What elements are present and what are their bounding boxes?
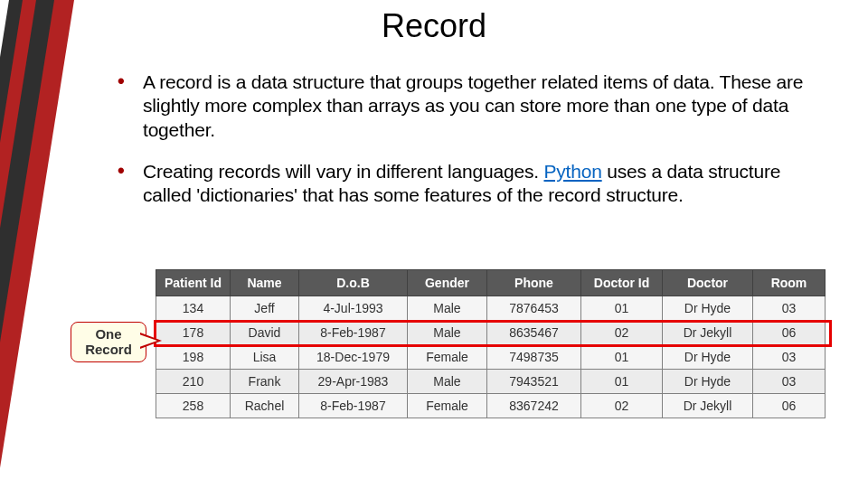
callout-line2: Record	[85, 342, 132, 357]
table-cell: 06	[753, 394, 826, 418]
table-cell: 02	[581, 321, 663, 345]
decorative-stripes	[0, 0, 127, 488]
col-header: Phone	[487, 270, 581, 296]
col-header: D.o.B	[299, 270, 408, 296]
table-cell: 4-Jul-1993	[299, 296, 408, 321]
table-cell: Frank	[231, 370, 299, 394]
table-cell: Jeff	[231, 296, 299, 321]
table-cell: 258	[156, 394, 231, 418]
table-cell: 7943521	[487, 370, 581, 394]
col-header: Doctor	[663, 270, 753, 296]
table-cell: Female	[408, 345, 487, 370]
table-cell: 8-Feb-1987	[299, 394, 408, 418]
python-link[interactable]: Python	[543, 161, 601, 182]
col-header: Gender	[408, 270, 487, 296]
table-cell: 18-Dec-1979	[299, 345, 408, 370]
table-cell: Male	[408, 296, 487, 321]
table-cell: Rachel	[231, 394, 299, 418]
col-header: Doctor Id	[581, 270, 663, 296]
table-cell: 02	[581, 394, 663, 418]
table-cell: 03	[753, 296, 826, 321]
table-row: 178David8-Feb-1987Male863546702Dr Jekyll…	[156, 321, 826, 345]
table-cell: Dr Hyde	[663, 296, 753, 321]
col-header: Patient Id	[156, 270, 231, 296]
table-cell: 178	[156, 321, 231, 345]
table-row: 210Frank29-Apr-1983Male794352101Dr Hyde0…	[156, 370, 826, 394]
table-cell: 01	[581, 296, 663, 321]
bullet-dot-icon: •	[118, 160, 143, 208]
bullet-dot-icon: •	[118, 70, 143, 142]
bullet-item: • Creating records will vary in differen…	[118, 160, 814, 208]
table-cell: 01	[581, 370, 663, 394]
table-row: 258Rachel8-Feb-1987Female836724202Dr Jek…	[156, 394, 826, 418]
table-body: 134Jeff4-Jul-1993Male787645301Dr Hyde031…	[156, 296, 826, 418]
callout-line1: One	[95, 326, 121, 342]
table-cell: 8635467	[487, 321, 581, 345]
bullet-text: Creating records will vary in different …	[143, 160, 814, 208]
table-area: One Record Patient Id Name D.o.B Gender …	[118, 269, 823, 418]
one-record-callout: One Record	[71, 322, 146, 362]
table-cell: 06	[753, 321, 826, 345]
table-cell: Dr Jekyll	[663, 394, 753, 418]
table-cell: 7498735	[487, 345, 581, 370]
table-cell: 210	[156, 370, 231, 394]
table-cell: Male	[408, 370, 487, 394]
table-cell: Dr Hyde	[663, 370, 753, 394]
bullet-item: • A record is a data structure that grou…	[118, 70, 814, 142]
table-cell: 198	[156, 345, 231, 370]
table-cell: 8367242	[487, 394, 581, 418]
table-cell: Dr Hyde	[663, 345, 753, 370]
col-header: Room	[753, 270, 826, 296]
table-cell: 03	[753, 345, 826, 370]
table-cell: 01	[581, 345, 663, 370]
records-table: Patient Id Name D.o.B Gender Phone Docto…	[156, 269, 826, 418]
page-title: Record	[0, 7, 868, 45]
table-cell: 29-Apr-1983	[299, 370, 408, 394]
table-cell: 03	[753, 370, 826, 394]
table-cell: Male	[408, 321, 487, 345]
table-cell: David	[231, 321, 299, 345]
col-header: Name	[231, 270, 299, 296]
table-cell: Lisa	[231, 345, 299, 370]
body-content: • A record is a data structure that grou…	[118, 70, 814, 225]
bullet-text-prefix: Creating records will vary in different …	[143, 161, 543, 182]
table-cell: 7876453	[487, 296, 581, 321]
table-cell: Female	[408, 394, 487, 418]
table-row: 198Lisa18-Dec-1979Female749873501Dr Hyde…	[156, 345, 826, 370]
callout-box: One Record	[71, 322, 146, 362]
table-cell: 8-Feb-1987	[299, 321, 408, 345]
table-cell: 134	[156, 296, 231, 321]
table-header-row: Patient Id Name D.o.B Gender Phone Docto…	[156, 270, 826, 296]
table-cell: Dr Jekyll	[663, 321, 753, 345]
table-row: 134Jeff4-Jul-1993Male787645301Dr Hyde03	[156, 296, 826, 321]
bullet-text: A record is a data structure that groups…	[143, 70, 814, 142]
